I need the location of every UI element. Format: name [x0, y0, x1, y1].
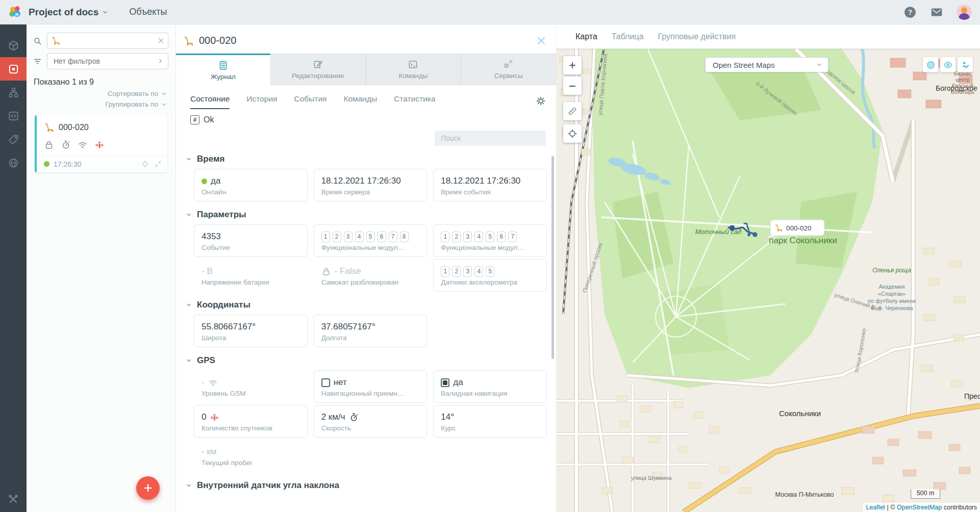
search-input[interactable] — [47, 33, 168, 49]
chip: 2 — [452, 232, 461, 242]
chevron-down-icon — [185, 211, 192, 218]
rail-item-tags[interactable] — [0, 127, 27, 151]
tag-icon — [8, 134, 19, 145]
zoom-out-button[interactable]: − — [563, 76, 582, 95]
zoom-in-button[interactable]: + — [563, 56, 582, 74]
section-params[interactable]: Параметры — [185, 210, 547, 220]
chip: 6 — [378, 232, 386, 242]
chip: 2 — [452, 266, 461, 277]
shown-count: Показано 1 из 9 — [27, 73, 175, 87]
stopwatch-icon — [61, 140, 71, 150]
project-selector[interactable]: Project of docs — [29, 7, 109, 18]
measure-button[interactable] — [563, 102, 582, 120]
map-scale: 500 m — [911, 489, 940, 499]
rail-item-objects[interactable] — [0, 57, 27, 81]
section-time[interactable]: Время — [185, 154, 547, 164]
tab-commands[interactable]: Команды — [366, 54, 461, 85]
chevron-down-icon — [160, 90, 167, 97]
chip: 6 — [497, 232, 506, 242]
svg-text:Преоб: Преоб — [964, 392, 980, 400]
map-canvas[interactable]: 000-020 Моточный сад парк Сокольники Оле… — [556, 49, 980, 512]
rail-item-models[interactable] — [0, 34, 27, 57]
locate-on-map-icon[interactable] — [141, 160, 149, 168]
svg-text:Москва П-Митьково: Москва П-Митьково — [775, 491, 834, 498]
chip: 8 — [400, 232, 409, 242]
user-avatar[interactable] — [957, 5, 972, 20]
clear-search-icon[interactable] — [157, 37, 165, 44]
gear-icon[interactable] — [536, 96, 546, 106]
search-row — [27, 33, 175, 49]
rail-item-handlers[interactable] — [0, 104, 27, 127]
state-search-input[interactable] — [435, 131, 546, 146]
subtab-history[interactable]: История — [246, 94, 277, 109]
clustering-button[interactable] — [958, 57, 973, 72]
avatar-body — [959, 13, 970, 20]
device-card[interactable]: 000-020 17:26:30 — [35, 115, 167, 172]
group-by-label: Группировать по — [105, 100, 158, 108]
section-title: Внутренний датчик угла наклона — [197, 480, 339, 491]
app-logo[interactable]: R — [8, 5, 22, 19]
rail-item-settings[interactable] — [0, 494, 27, 505]
osm-link[interactable]: OpenStreetMap — [897, 504, 942, 511]
subtab-state[interactable]: Состояние — [190, 94, 230, 109]
section-tilt[interactable]: Внутренний датчик угла наклона — [185, 480, 547, 491]
add-object-button[interactable]: + — [136, 476, 160, 500]
map-layer-select[interactable]: Open Street Maps — [705, 57, 828, 72]
param-card-server-time: 18.12.2021 17:26:30 Время сервера — [314, 169, 428, 201]
sitemap-icon — [8, 87, 19, 98]
crosshair-icon — [567, 128, 578, 139]
state-cards-scroll[interactable]: Время да Онлайн 18.12.2021 17:26:30 Врем… — [176, 146, 556, 512]
subtab-events[interactable]: События — [294, 94, 326, 109]
online-dot — [44, 161, 49, 167]
section-gps[interactable]: GPS — [185, 355, 547, 366]
follow-objects-button[interactable] — [923, 57, 938, 72]
param-card-unlocked: - False Самокат разблокирован — [314, 259, 428, 292]
subtab-commands[interactable]: Команды — [343, 94, 377, 109]
chip: 7 — [508, 232, 517, 242]
objects-icon — [8, 63, 19, 75]
filters-input[interactable] — [47, 53, 168, 69]
chevron-down-icon — [816, 61, 823, 68]
tab-services[interactable]: Сервисы — [461, 54, 556, 85]
param-card-func-modules-1: 12345678 Функциональные модул… — [314, 224, 428, 257]
chip: 2 — [333, 232, 341, 242]
svg-text:Красный: Красный — [952, 83, 973, 89]
section-coords[interactable]: Координаты — [185, 300, 547, 310]
leaflet-link[interactable]: Leaflet — [866, 504, 886, 511]
map-tiles[interactable]: 000-020 Моточный сад парк Сокольники Оле… — [556, 49, 980, 512]
sort-by[interactable]: Сортировать по — [27, 87, 175, 97]
tab-map[interactable]: Карта — [575, 32, 597, 41]
wifi-icon — [208, 378, 218, 388]
help-icon[interactable] — [903, 6, 917, 19]
tab-edit[interactable]: Редактирование — [270, 54, 366, 85]
stopwatch-icon — [349, 413, 359, 422]
tab-table[interactable]: Таблица — [612, 32, 644, 41]
business-center-label: Бизнес центр Красный Богатырь — [951, 70, 974, 95]
param-card-gsm: - Уровень GSM — [194, 370, 308, 403]
visibility-button[interactable] — [940, 57, 956, 72]
tab-journal[interactable]: Журнал — [176, 54, 270, 85]
mail-icon[interactable] — [930, 6, 943, 19]
scrollbar-thumb[interactable] — [551, 156, 554, 359]
cluster-icon — [961, 60, 970, 70]
collapse-icon[interactable] — [154, 160, 162, 168]
chevron-right-icon[interactable] — [157, 57, 164, 65]
rail-item-network[interactable] — [0, 151, 27, 174]
menu-objects[interactable]: Объекты — [129, 7, 167, 17]
param-card-event-time: 18.12.2021 17:26:30 Время события — [433, 169, 547, 201]
svg-text:Академия: Академия — [879, 284, 905, 290]
group-by[interactable]: Группировать по — [27, 97, 175, 108]
project-name: Project of docs — [29, 7, 98, 18]
chevron-down-icon — [185, 357, 192, 364]
chip: 4 — [474, 232, 483, 242]
rail-item-automation[interactable] — [0, 81, 27, 104]
locate-button[interactable] — [563, 124, 582, 143]
param-card-speed: 2 км/ч Скорость — [314, 405, 428, 438]
objects-list-panel: Показано 1 из 9 Сортировать по Группиров… — [27, 24, 176, 512]
param-card-latitude: 55.80667167° Широта — [194, 315, 308, 347]
close-icon[interactable] — [536, 35, 547, 46]
param-card-longitude: 37.68057167° Долгота — [314, 315, 428, 347]
tab-group-actions[interactable]: Групповые действия — [658, 32, 736, 41]
param-card-event: 4353 Событие — [194, 224, 308, 257]
subtab-statistics[interactable]: Статистика — [394, 94, 435, 109]
